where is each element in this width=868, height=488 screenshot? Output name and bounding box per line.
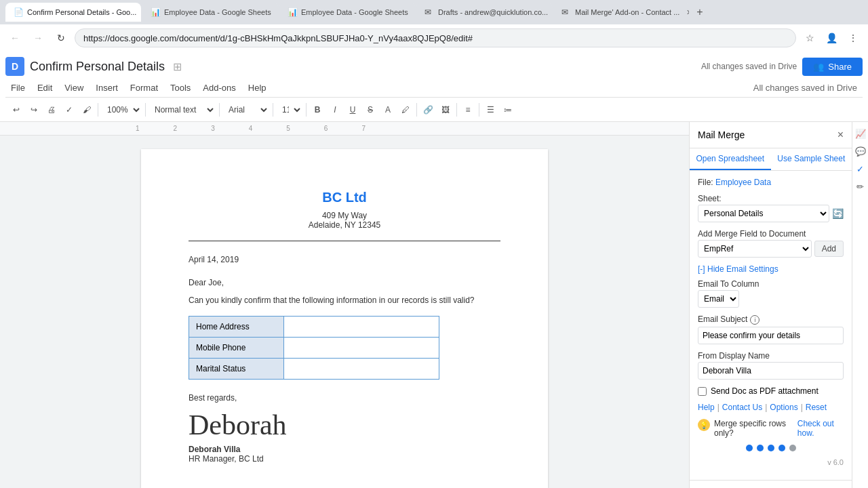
forward-button[interactable]: → [28, 28, 47, 47]
doc-greeting: Dear Joe, [189, 278, 500, 287]
hide-email-settings-link[interactable]: [-] Hide Email Settings [698, 264, 844, 274]
signature-area: Deborah [189, 408, 500, 442]
signer-title: HR Manager, BC Ltd [189, 454, 500, 464]
tab4-title: Drafts - andrew@quicklution.co... [438, 8, 548, 16]
email-to-select[interactable]: Email [698, 290, 739, 308]
browser-tab-4[interactable]: ✉ Drafts - andrew@quicklution.co... ✕ [416, 3, 552, 22]
style-select[interactable]: Normal text [149, 102, 216, 118]
help-link[interactable]: Help [698, 403, 715, 412]
email-subject-label-row: Email Subject i [698, 314, 844, 325]
separator6 [416, 103, 417, 117]
analytics-icon[interactable]: 📈 [854, 127, 867, 140]
font-color-button[interactable]: A [380, 102, 396, 118]
check-circle-icon[interactable]: ✓ [854, 163, 867, 175]
list-button[interactable]: ☰ [482, 102, 498, 118]
menu-insert[interactable]: Insert [90, 80, 123, 96]
divider2: | [765, 403, 767, 412]
new-tab-button[interactable]: + [690, 3, 709, 22]
separator3 [219, 103, 220, 117]
browser-nav-bar: ← → ↻ https://docs.google.com/document/d… [0, 24, 868, 52]
align-button[interactable]: ≡ [460, 102, 476, 118]
browser-tabs-bar: 📄 Confirm Personal Details - Goo... ✕ 📊 … [0, 0, 868, 24]
paint-format-button[interactable]: 🖌 [79, 102, 95, 118]
underline-button[interactable]: U [344, 102, 361, 118]
from-display-name-input[interactable] [698, 362, 844, 380]
add-field-button[interactable]: Add [814, 241, 844, 257]
tab3-favicon: 📊 [288, 7, 297, 17]
send-pdf-label[interactable]: Send Doc as PDF attachment [711, 386, 818, 396]
email-subject-input[interactable] [698, 327, 844, 344]
browser-tab-5[interactable]: ✉ Mail Merge' Add-on - Contact ... ✕ [553, 3, 689, 22]
tab2-title: Employee Data - Google Sheets [164, 8, 271, 16]
tab4-favicon: ✉ [425, 7, 434, 17]
browser-tab-1[interactable]: 📄 Confirm Personal Details - Goo... ✕ [5, 3, 141, 22]
menu-format[interactable]: Format [125, 80, 163, 96]
bookmark-icon[interactable]: ☆ [800, 28, 819, 47]
undo-button[interactable]: ↩ [8, 102, 24, 118]
sidebar-tab-use-sample[interactable]: Use Sample Sheet [771, 148, 852, 170]
edit-icon[interactable]: ✏ [854, 180, 867, 192]
size-select[interactable]: 11 [276, 102, 303, 118]
sheet-refresh-icon[interactable]: 🔄 [832, 208, 844, 219]
dot-3[interactable] [768, 445, 774, 451]
strikethrough-button[interactable]: S [362, 102, 378, 118]
menu-addons[interactable]: Add-ons [197, 80, 241, 96]
docs-saved-text: All changes saved in Drive [187, 62, 797, 71]
separator2 [145, 103, 146, 117]
signature-text: Deborah [189, 409, 287, 441]
reset-link[interactable]: Reset [806, 403, 827, 412]
separator1 [98, 103, 98, 117]
highlight-button[interactable]: 🖊 [397, 102, 414, 118]
reload-button[interactable]: ↻ [52, 28, 71, 47]
check-out-how-link[interactable]: Check out how. [797, 419, 844, 438]
bold-button[interactable]: B [309, 102, 326, 118]
file-value: Employee Data [715, 178, 771, 187]
url-text: https://docs.google.com/document/d/1g-cB… [83, 33, 473, 43]
zoom-select[interactable]: 100% [101, 102, 142, 118]
italic-button[interactable]: I [327, 102, 343, 118]
font-select[interactable]: Arial [222, 102, 270, 118]
menu-file[interactable]: File [5, 80, 31, 96]
tab1-title: Confirm Personal Details - Goo... [27, 8, 136, 16]
spell-check-button[interactable]: ✓ [61, 102, 77, 118]
send-pdf-checkbox[interactable] [698, 387, 707, 396]
sidebar-tab-open-spreadsheet[interactable]: Open Spreadsheet [690, 148, 771, 170]
merge-field-select[interactable]: EmpRef [698, 240, 812, 258]
send-pdf-section: Send Doc as PDF attachment [698, 386, 844, 396]
browser-tab-3[interactable]: 📊 Employee Data - Google Sheets ✕ [279, 3, 415, 22]
docs-title[interactable]: Confirm Personal Details [30, 60, 165, 74]
browser-tab-2[interactable]: 📊 Employee Data - Google Sheets ✕ [142, 3, 278, 22]
doc-body: Can you kindly confirm that the followin… [189, 296, 500, 305]
menu-tools[interactable]: Tools [165, 80, 196, 96]
add-merge-field-label: Add Merge Field to Document [698, 229, 844, 239]
numbered-list-button[interactable]: ≔ [500, 102, 516, 118]
menu-icon[interactable]: ⋮ [844, 28, 863, 47]
info-icon[interactable]: i [750, 315, 760, 325]
comment-icon[interactable]: 💬 [854, 145, 867, 157]
account-icon[interactable]: 👤 [822, 28, 841, 47]
menu-view[interactable]: View [59, 80, 89, 96]
tab5-close[interactable]: ✕ [686, 8, 689, 17]
back-button[interactable]: ← [5, 28, 24, 47]
options-link[interactable]: Options [770, 403, 797, 412]
insert-image-button[interactable]: 🖼 [437, 102, 454, 118]
sheet-select[interactable]: Personal Details [698, 205, 829, 222]
tab5-title: Mail Merge' Add-on - Contact ... [575, 8, 679, 16]
address-bar[interactable]: https://docs.google.com/document/d/1g-cB… [75, 28, 796, 47]
menu-edit[interactable]: Edit [32, 80, 58, 96]
company-address: 409 My Way Adelaide, NY 12345 [189, 211, 500, 230]
contact-us-link[interactable]: Contact Us [722, 403, 762, 412]
all-changes-saved: All changes saved in Drive [748, 80, 863, 96]
sidebar-title: Mail Merge [698, 129, 745, 140]
dot-1[interactable] [746, 445, 753, 451]
redo-button[interactable]: ↪ [26, 102, 42, 118]
file-row: File: Employee Data [698, 178, 844, 187]
menu-help[interactable]: Help [243, 80, 272, 96]
dot-2[interactable] [757, 445, 764, 451]
dot-4[interactable] [778, 445, 785, 451]
link-button[interactable]: 🔗 [420, 102, 436, 118]
sidebar-close-button[interactable]: × [837, 129, 844, 141]
print-button[interactable]: 🖨 [43, 102, 60, 118]
share-button[interactable]: 👥 Share [802, 58, 863, 76]
dot-5[interactable] [789, 445, 796, 451]
